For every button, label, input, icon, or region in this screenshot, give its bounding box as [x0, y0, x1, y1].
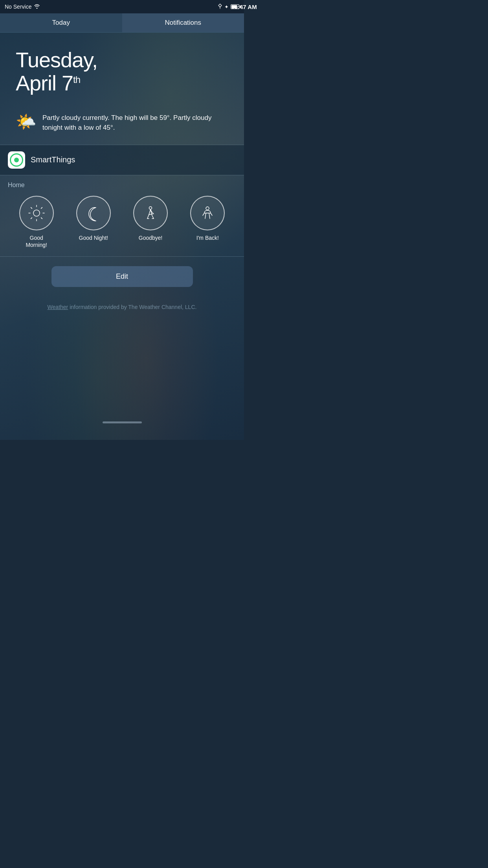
- main-content: Tuesday, April 7th 🌤️ Partly cloudy curr…: [0, 33, 244, 440]
- bluetooth-icon: ✦: [224, 4, 229, 10]
- svg-line-14: [203, 213, 204, 215]
- mode-goodbye[interactable]: Goodbye!: [122, 196, 179, 241]
- carrier-label: No Service: [5, 4, 31, 10]
- mode-good-night[interactable]: Good Night!: [65, 196, 122, 241]
- bottom-area: [0, 318, 244, 428]
- svg-line-6: [41, 217, 42, 219]
- svg-point-0: [33, 210, 40, 216]
- status-right: ✦: [218, 4, 239, 10]
- mode-good-morning[interactable]: GoodMorning!: [8, 196, 65, 248]
- weather-description: Partly cloudy currently. The high will b…: [42, 113, 232, 133]
- svg-line-12: [205, 213, 206, 219]
- home-indicator: [103, 421, 142, 423]
- walk-icon: [142, 204, 159, 222]
- svg-point-10: [206, 207, 209, 210]
- mode-label-good-morning: GoodMorning!: [26, 234, 47, 248]
- svg-line-8: [31, 217, 32, 219]
- smartthings-header: SmartThings: [0, 145, 244, 175]
- smartthings-logo: [8, 151, 25, 169]
- mode-circle-good-morning[interactable]: [19, 196, 54, 230]
- weather-section: 🌤️ Partly cloudy currently. The high wil…: [0, 107, 244, 145]
- tab-bar: Today Notifications: [0, 13, 244, 33]
- home-label: Home: [8, 182, 236, 189]
- mode-label-good-night: Good Night!: [79, 234, 108, 241]
- mode-circle-good-night[interactable]: [76, 196, 111, 230]
- status-left: No Service: [5, 4, 40, 10]
- wifi-icon: [34, 4, 40, 10]
- person-icon: [199, 204, 216, 222]
- footer-description: information provided by The Weather Chan…: [68, 304, 196, 310]
- tab-today[interactable]: Today: [0, 13, 122, 32]
- svg-line-13: [209, 213, 210, 219]
- home-section: Home GoodMornin: [0, 175, 244, 256]
- date-title: Tuesday, April 7th: [16, 48, 232, 95]
- location-icon: [218, 4, 222, 10]
- mode-circle-goodbye[interactable]: [133, 196, 168, 230]
- mode-label-im-back: I'm Back!: [196, 234, 219, 241]
- edit-button[interactable]: Edit: [51, 266, 193, 287]
- sun-icon: [28, 204, 45, 222]
- date-section: Tuesday, April 7th: [0, 33, 244, 107]
- tab-notifications[interactable]: Notifications: [122, 13, 244, 32]
- weather-link[interactable]: Weather: [48, 304, 68, 310]
- smartthings-logo-inner: [10, 153, 23, 167]
- battery-icon: [231, 4, 239, 9]
- svg-point-9: [149, 206, 152, 209]
- date-line2: April 7th: [16, 71, 80, 95]
- footer-text: Weather information provided by The Weat…: [16, 303, 228, 311]
- moon-icon: [85, 204, 102, 222]
- smartthings-name: SmartThings: [31, 155, 75, 164]
- mode-buttons-row: GoodMorning! Good Night!: [8, 196, 236, 248]
- status-bar: No Service 10:47 AM ✦: [0, 0, 244, 13]
- mode-label-goodbye: Goodbye!: [139, 234, 163, 241]
- mode-im-back[interactable]: I'm Back!: [179, 196, 236, 241]
- svg-line-5: [31, 207, 32, 208]
- mode-circle-im-back[interactable]: [190, 196, 225, 230]
- date-line1: Tuesday,: [16, 48, 97, 72]
- footer-section: Weather information provided by The Weat…: [0, 296, 244, 318]
- svg-line-7: [41, 207, 42, 208]
- svg-line-15: [211, 213, 212, 215]
- weather-icon: 🌤️: [16, 114, 36, 130]
- edit-section: Edit: [0, 257, 244, 296]
- date-suffix: th: [73, 74, 80, 85]
